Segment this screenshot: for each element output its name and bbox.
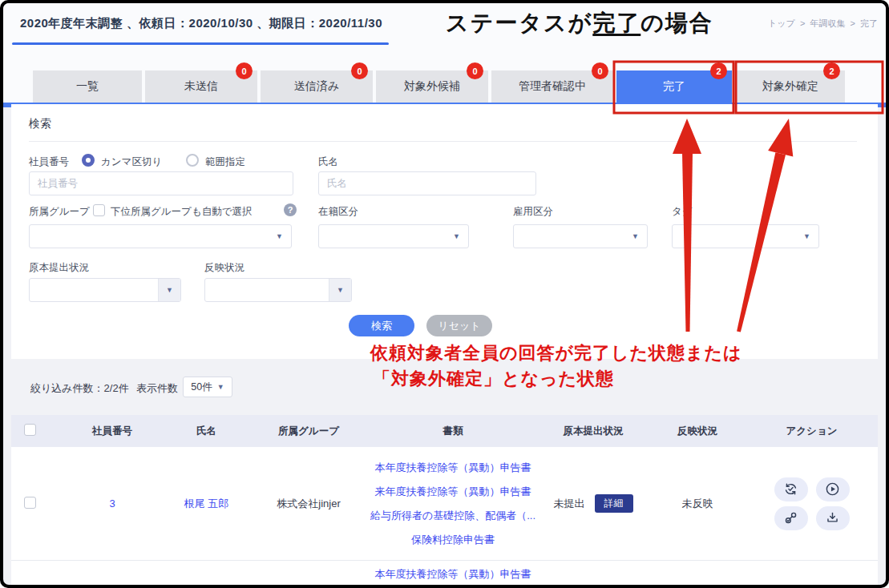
- red-annotation-line2: 「対象外確定」となった状態: [373, 367, 614, 391]
- table-header-row: 社員番号 氏名 所属グループ 書類 原本提出状況 反映状況 アクション: [11, 415, 878, 447]
- select-all-checkbox[interactable]: [24, 424, 36, 436]
- col-header-original-status: 原本提出状況: [537, 425, 649, 438]
- employee-name-link[interactable]: 根尾 五郎: [184, 497, 229, 511]
- chain-link-icon: [783, 510, 798, 526]
- title-underline: [12, 42, 389, 45]
- chain-link-button[interactable]: [774, 506, 808, 530]
- subgroup-auto-checkbox[interactable]: [93, 204, 105, 216]
- name-input[interactable]: [318, 171, 536, 195]
- play-circle-icon: [825, 481, 840, 497]
- breadcrumb-item-top[interactable]: トップ: [768, 18, 795, 28]
- app-screen: 2020年度年末調整 、依頼日：2020/10/30 、期限日：2020/11/…: [3, 3, 886, 585]
- tab-badge: 2: [710, 62, 727, 79]
- reset-button[interactable]: リセット: [426, 315, 492, 336]
- employee-number-link[interactable]: 3: [109, 497, 115, 509]
- group-select[interactable]: ▼: [29, 224, 292, 248]
- table-row: 本年度扶養控除等（異動）申告書: [11, 561, 878, 585]
- col-header-documents: 書類: [369, 425, 537, 438]
- reflection-status-text: 未反映: [649, 497, 746, 511]
- radio-range[interactable]: [186, 154, 199, 167]
- original-submission-label: 原本提出状況: [29, 261, 89, 275]
- breadcrumb-item-nencho[interactable]: 年調収集: [810, 18, 845, 28]
- employee-number-input[interactable]: [29, 171, 293, 195]
- tag-label: タグ: [672, 205, 693, 219]
- tab-excluded-confirmed[interactable]: 対象外確定 2: [736, 70, 845, 103]
- document-link[interactable]: 給与所得者の基礎控除、配偶者（...: [370, 504, 535, 528]
- group-cell: 株式会社jinjer: [249, 497, 369, 511]
- status-annotation-emphasis: 完了: [592, 10, 640, 35]
- caret-down-icon: ▼: [803, 233, 810, 240]
- col-header-group: 所属グループ: [249, 425, 369, 438]
- tab-badge: 2: [823, 62, 840, 79]
- col-header-name: 氏名: [164, 425, 249, 438]
- tab-badge: 0: [236, 62, 253, 79]
- per-page-label: 表示件数: [136, 381, 178, 396]
- status-annotation: ステータスが完了の場合: [446, 8, 713, 38]
- group-label: 所属グループ: [29, 205, 90, 219]
- caret-down-icon: ▼: [337, 287, 344, 294]
- sync-check-icon: [783, 481, 798, 497]
- tab-badge: 0: [467, 62, 483, 79]
- name-label: 氏名: [318, 155, 338, 169]
- search-divider: [29, 141, 857, 142]
- tab-badge: 0: [592, 62, 608, 79]
- caret-down-icon: ▼: [166, 287, 173, 294]
- employee-number-label: 社員番号: [29, 155, 69, 169]
- document-link[interactable]: 本年度扶養控除等（異動）申告書: [375, 456, 531, 480]
- caret-down-icon: ▼: [453, 233, 460, 240]
- search-heading: 検索: [29, 117, 51, 131]
- download-icon: [825, 510, 840, 526]
- col-header-employee-no: 社員番号: [60, 425, 164, 438]
- download-button[interactable]: [816, 506, 850, 530]
- sync-check-button[interactable]: [774, 477, 808, 501]
- tab-excluded-candidate[interactable]: 対象外候補 0: [376, 70, 488, 103]
- tab-completed[interactable]: 完了 2: [616, 70, 732, 103]
- employment-select[interactable]: ▼: [513, 224, 648, 248]
- col-header-actions: アクション: [746, 425, 878, 438]
- tab-admin-checking[interactable]: 管理者確認中 0: [491, 70, 613, 103]
- screenshot-frame: 2020年度年末調整 、依頼日：2020/10/30 、期限日：2020/11/…: [0, 0, 889, 588]
- employment-label: 雇用区分: [513, 205, 553, 219]
- col-header-reflection: 反映状況: [649, 425, 746, 438]
- caret-down-icon: ▼: [217, 384, 224, 391]
- results-table: 社員番号 氏名 所属グループ 書類 原本提出状況 反映状況 アクション 3 根尾…: [11, 415, 878, 585]
- caret-down-icon: ▼: [276, 233, 283, 240]
- document-link[interactable]: 来年度扶養控除等（異動）申告書: [375, 480, 531, 504]
- reflection-select[interactable]: ▼: [204, 278, 352, 302]
- breadcrumb-item-current: 完了: [860, 18, 878, 28]
- breadcrumb-separator: >: [851, 18, 855, 28]
- page-title: 2020年度年末調整 、依頼日：2020/10/30 、期限日：2020/11/…: [20, 16, 382, 31]
- tab-unsent[interactable]: 未送信 0: [145, 70, 257, 103]
- enrollment-select[interactable]: ▼: [318, 224, 469, 248]
- breadcrumb: トップ > 年調収集 > 完了: [766, 18, 878, 30]
- help-icon[interactable]: ?: [284, 203, 297, 216]
- filtered-count-label: 絞り込み件数：2/2件: [30, 381, 129, 396]
- subgroup-auto-label: 下位所属グループも自動で選択: [111, 205, 252, 219]
- detail-button[interactable]: 詳細: [595, 494, 633, 513]
- play-button[interactable]: [816, 477, 850, 501]
- original-status-text: 未提出: [554, 497, 585, 511]
- document-link[interactable]: 本年度扶養控除等（異動）申告書: [375, 567, 531, 582]
- per-page-select[interactable]: 50件 ▼: [183, 377, 232, 397]
- radio-comma-separated[interactable]: [82, 154, 95, 167]
- radio-comma-label: カンマ区切り: [101, 155, 162, 169]
- tab-list[interactable]: 一覧: [33, 70, 142, 103]
- reflection-label: 反映状況: [204, 261, 244, 275]
- breadcrumb-separator: >: [800, 18, 805, 28]
- table-row: 3 根尾 五郎 株式会社jinjer 本年度扶養控除等（異動）申告書 来年度扶養…: [11, 447, 878, 561]
- search-button[interactable]: 検索: [349, 315, 414, 336]
- tab-badge: 0: [351, 62, 368, 79]
- red-annotation-line1: 依頼対象者全員の回答が完了した状態または: [370, 341, 742, 365]
- tab-sent[interactable]: 送信済み 0: [261, 70, 373, 103]
- original-submission-select[interactable]: ▼: [29, 278, 181, 302]
- tag-select[interactable]: ▼: [672, 224, 819, 248]
- radio-range-label: 範囲指定: [205, 155, 245, 169]
- document-link[interactable]: 保険料控除申告書: [411, 528, 495, 552]
- enrollment-label: 在籍区分: [318, 205, 358, 219]
- caret-down-icon: ▼: [632, 233, 639, 240]
- row-checkbox[interactable]: [24, 497, 36, 509]
